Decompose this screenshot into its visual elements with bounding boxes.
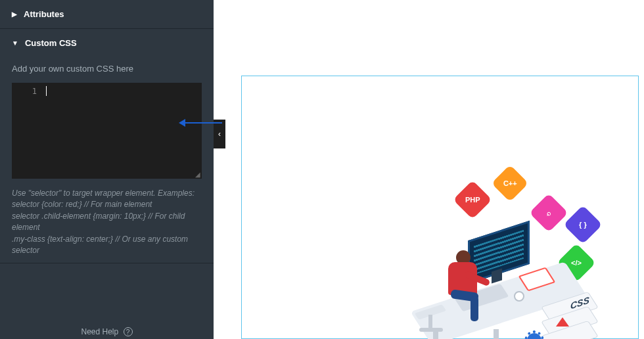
css-description: Add your own custom CSS here	[12, 64, 202, 74]
editor-cursor	[46, 86, 47, 96]
annotation-arrow	[184, 122, 222, 124]
caret-right-icon: ▶	[12, 11, 17, 18]
caret-down-icon: ▼	[12, 39, 18, 47]
editor-textarea[interactable]	[43, 83, 202, 179]
question-icon: ?	[124, 327, 133, 336]
mug-shape	[514, 291, 524, 302]
need-help-link[interactable]: Need Help ?	[0, 322, 214, 340]
cpp-tag-icon: C++	[492, 165, 529, 202]
php-tag-icon: PHP	[453, 180, 492, 219]
custom-css-section: ▼ Custom CSS Add your own custom CSS her…	[0, 29, 214, 263]
sidebar-collapse-button[interactable]: ‹	[214, 120, 225, 148]
editor-gutter: 1	[12, 83, 43, 179]
attributes-label: Attributes	[24, 9, 64, 19]
attributes-header[interactable]: ▶ Attributes	[0, 0, 214, 28]
settings-sidebar: ▶ Attributes ▼ Custom CSS Add your own c…	[0, 0, 214, 339]
line-number: 1	[32, 87, 37, 96]
attributes-section[interactable]: ▶ Attributes	[0, 0, 214, 29]
need-help-label: Need Help	[81, 327, 118, 336]
chevron-left-icon: ‹	[218, 129, 221, 139]
css-code-editor[interactable]: 1 ◢	[12, 83, 202, 179]
web-dev-illustration: PHP C++ ⌕ { } </> CSS	[385, 171, 612, 339]
css-help-text: Use "selector" to target wrapper element…	[12, 188, 202, 256]
braces-tag-icon: { }	[563, 205, 602, 244]
search-tag-icon: ⌕	[529, 193, 568, 232]
preview-canvas: PHP C++ ⌕ { } </> CSS	[214, 0, 644, 339]
custom-css-panel: Add your own custom CSS here 1 ◢ Use "se…	[0, 57, 214, 263]
triangle-icon	[556, 317, 569, 327]
gear-icon	[527, 333, 541, 339]
chair-shape	[417, 308, 447, 339]
selected-widget-frame[interactable]: PHP C++ ⌕ { } </> CSS	[241, 76, 639, 339]
custom-css-header[interactable]: ▼ Custom CSS	[0, 29, 214, 57]
custom-css-label: Custom CSS	[25, 38, 77, 48]
